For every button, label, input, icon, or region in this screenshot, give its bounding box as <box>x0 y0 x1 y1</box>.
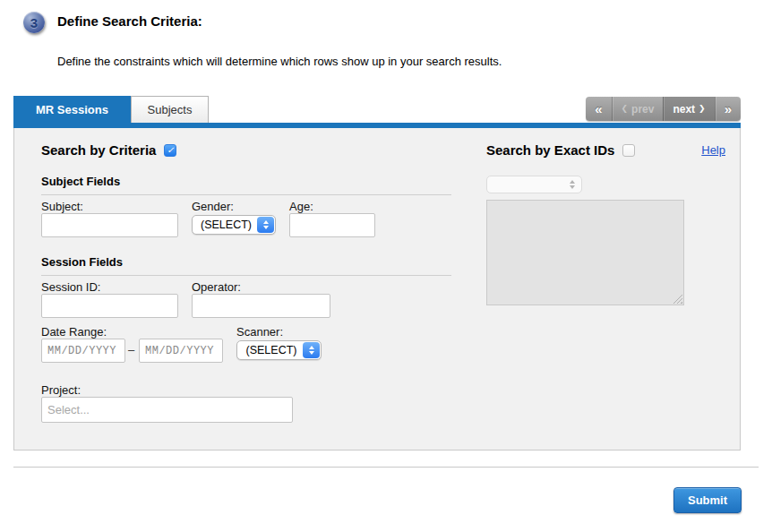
pager-next-label: next <box>673 104 695 115</box>
select-stepper-icon <box>303 342 320 358</box>
date-range-separator: – <box>128 343 134 356</box>
step-number-badge: 3 <box>23 12 45 33</box>
search-by-exact-ids-heading: Search by Exact IDs <box>486 142 614 158</box>
search-builder-page: 3 Define Search Criteria: Define the con… <box>0 0 772 532</box>
exact-ids-textarea <box>486 200 684 305</box>
date-range-label: Date Range: <box>41 325 107 339</box>
gender-label: Gender: <box>192 200 234 213</box>
search-by-criteria-heading: Search by Criteria <box>41 142 156 158</box>
project-label: Project: <box>41 383 81 397</box>
scanner-select-value: (SELECT) <box>237 344 302 356</box>
scanner-label: Scanner: <box>236 325 283 339</box>
gender-select[interactable]: (SELECT) <box>192 215 276 235</box>
footer-divider <box>13 467 759 468</box>
operator-input[interactable] <box>192 294 330 318</box>
subject-input[interactable] <box>41 213 178 237</box>
double-chevron-right-icon: » <box>725 102 732 116</box>
age-input[interactable] <box>289 213 375 237</box>
page-title: Define Search Criteria: <box>57 13 202 29</box>
age-label: Age: <box>289 200 313 213</box>
pager-next-button[interactable]: next ❯ <box>663 97 714 121</box>
operator-label: Operator: <box>192 280 241 294</box>
search-by-exact-ids-heading-row: Search by Exact IDs ✓ <box>486 142 635 158</box>
select-stepper-icon <box>563 177 580 192</box>
tab-subjects[interactable]: Subjects <box>131 96 209 123</box>
date-to-input[interactable] <box>139 339 223 363</box>
session-fields-heading: Session Fields <box>41 255 451 276</box>
id-type-select <box>486 176 582 193</box>
pager-first-button[interactable]: « <box>586 97 611 121</box>
search-by-exact-ids-checkbox[interactable]: ✓ <box>622 144 635 157</box>
submit-button[interactable]: Submit <box>673 487 742 513</box>
project-input[interactable] <box>41 397 293 423</box>
pager: « ❮ prev next ❯ » <box>586 97 741 121</box>
session-id-label: Session ID: <box>41 280 100 294</box>
date-from-input[interactable] <box>41 339 125 363</box>
double-chevron-left-icon: « <box>595 102 602 116</box>
pager-prev-button[interactable]: ❮ prev <box>612 97 664 121</box>
tab-mr-sessions[interactable]: MR Sessions <box>13 96 131 123</box>
page-subtitle: Define the constraints which will determ… <box>57 55 502 68</box>
pager-last-button[interactable]: » <box>715 97 741 121</box>
help-link[interactable]: Help <box>701 143 725 157</box>
select-stepper-icon <box>257 217 274 233</box>
gender-select-value: (SELECT) <box>193 219 256 231</box>
pager-prev-label: prev <box>631 104 654 115</box>
search-by-criteria-checkbox[interactable]: ✓ <box>164 144 176 157</box>
session-id-input[interactable] <box>41 294 178 318</box>
check-icon: ✓ <box>167 146 174 155</box>
search-criteria-panel: Search by Criteria ✓ Subject Fields Subj… <box>13 128 741 450</box>
subject-fields-heading: Subject Fields <box>41 175 451 195</box>
chevron-right-icon: ❯ <box>699 105 706 113</box>
scanner-select[interactable]: (SELECT) <box>236 340 322 360</box>
chevron-left-icon: ❮ <box>622 105 629 113</box>
subject-label: Subject: <box>41 200 83 213</box>
search-by-criteria-heading-row: Search by Criteria ✓ <box>41 142 176 158</box>
